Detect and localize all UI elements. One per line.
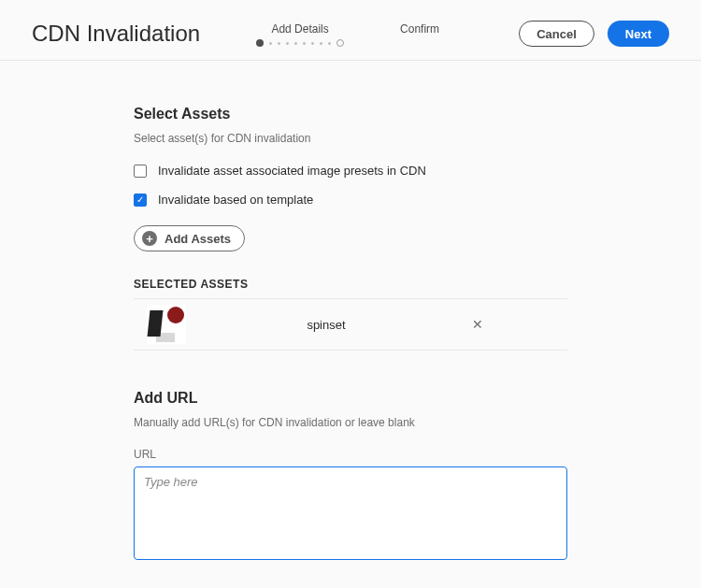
asset-row: spinset ✕ (134, 299, 567, 350)
main-content: Select Assets Select asset(s) for CDN in… (134, 61, 567, 564)
checkbox-invalidate-template[interactable]: ✓ Invalidate based on template (134, 193, 567, 207)
add-assets-button[interactable]: + Add Assets (134, 225, 245, 251)
step-label: Add Details (271, 22, 328, 36)
plus-circle-icon: + (142, 231, 157, 246)
step-label: Confirm (400, 22, 439, 36)
selected-assets-header: SELECTED ASSETS (134, 278, 567, 291)
select-assets-subtitle: Select asset(s) for CDN invalidation (134, 132, 567, 145)
header-bar: CDN Invalidation Add Details Confirm Can… (0, 0, 701, 61)
checkbox-label: Invalidate asset associated image preset… (158, 164, 426, 178)
selected-assets-list: spinset ✕ (134, 298, 567, 351)
checkbox-invalidate-presets[interactable]: Invalidate asset associated image preset… (134, 164, 567, 178)
asset-name: spinset (186, 318, 466, 332)
url-input[interactable] (134, 466, 567, 560)
add-assets-label: Add Assets (165, 232, 231, 246)
step-add-details: Add Details (256, 22, 344, 47)
wizard-stepper: Add Details Confirm (256, 21, 519, 47)
checkmark-icon: ✓ (136, 195, 144, 205)
next-button[interactable]: Next (608, 21, 669, 47)
checkbox-label: Invalidate based on template (158, 193, 313, 207)
close-icon: ✕ (472, 317, 483, 332)
checkbox-icon: ✓ (134, 194, 147, 207)
add-url-title: Add URL (134, 390, 567, 407)
step-confirm: Confirm (400, 22, 439, 36)
select-assets-section: Select Assets Select asset(s) for CDN in… (134, 106, 567, 351)
add-url-section: Add URL Manually add URL(s) for CDN inva… (134, 390, 567, 564)
url-field-label: URL (134, 448, 567, 461)
header-actions: Cancel Next (519, 21, 669, 47)
select-assets-title: Select Assets (134, 106, 567, 122)
step-progress-dots (256, 39, 344, 47)
asset-thumbnail (147, 305, 186, 344)
remove-asset-button[interactable]: ✕ (466, 317, 489, 332)
cancel-button[interactable]: Cancel (519, 21, 594, 47)
checkbox-icon (134, 165, 147, 178)
page-title: CDN Invalidation (32, 21, 200, 47)
add-url-subtitle: Manually add URL(s) for CDN invalidation… (134, 416, 567, 429)
